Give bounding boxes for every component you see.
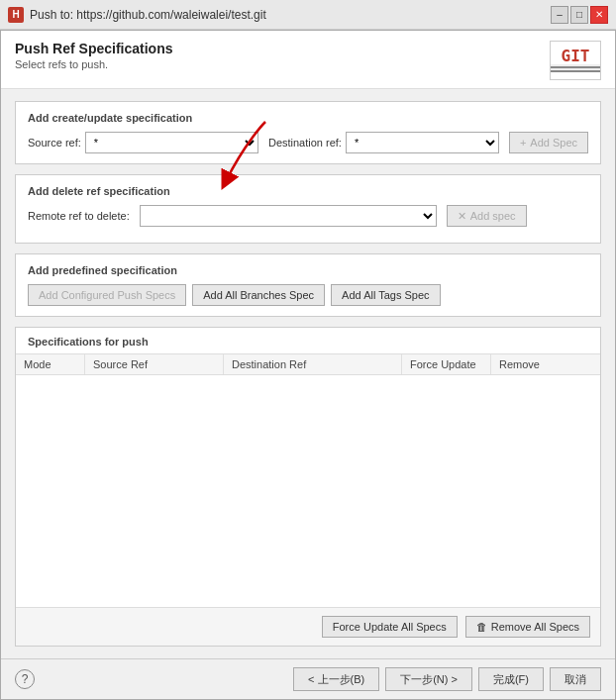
header-text: Push Ref Specifications Select refs to p… <box>15 41 172 70</box>
predefined-buttons-row: Add Configured Push Specs Add All Branch… <box>28 284 588 306</box>
force-update-all-specs-button[interactable]: Force Update All Specs <box>322 616 458 638</box>
col-mode: Mode <box>16 354 85 374</box>
table-header: Mode Source Ref Destination Ref Force Up… <box>16 354 600 375</box>
page-title: Push Ref Specifications <box>15 41 172 56</box>
header: Push Ref Specifications Select refs to p… <box>1 31 615 89</box>
remote-ref-select[interactable] <box>140 205 437 227</box>
bottom-left: ? <box>15 669 35 689</box>
next-button[interactable]: 下一步(N) > <box>385 667 472 691</box>
col-remove: Remove <box>491 354 561 374</box>
remove-all-specs-button[interactable]: 🗑 Remove All Specs <box>465 616 590 638</box>
git-logo-text: GIT <box>562 49 590 64</box>
maximize-button[interactable]: □ <box>570 6 588 24</box>
specs-table: Mode Source Ref Destination Ref Force Up… <box>16 353 600 607</box>
content-area: Add create/update specification Source r… <box>1 89 615 658</box>
add-spec-button[interactable]: + Add Spec <box>509 132 588 153</box>
delete-section: Add delete ref specification Remote ref … <box>15 174 601 244</box>
source-ref-label: Source ref: <box>28 137 81 149</box>
destination-ref-select[interactable]: * <box>346 132 499 153</box>
add-all-tags-spec-button[interactable]: Add All Tags Spec <box>331 284 440 306</box>
back-button[interactable]: < 上一步(B) <box>293 667 379 691</box>
specs-section: Specifications for push Mode Source Ref … <box>15 327 601 647</box>
remove-icon: 🗑 <box>476 621 487 633</box>
add-configured-push-specs-button[interactable]: Add Configured Push Specs <box>28 284 186 306</box>
specs-footer: Force Update All Specs 🗑 Remove All Spec… <box>16 607 600 646</box>
close-button[interactable]: ✕ <box>590 6 608 24</box>
col-force-update: Force Update <box>402 354 491 374</box>
add-spec-delete-button[interactable]: ✕ Add spec <box>447 205 527 227</box>
minimize-button[interactable]: – <box>551 6 568 24</box>
main-window: Push Ref Specifications Select refs to p… <box>0 30 616 700</box>
add-all-branches-spec-button[interactable]: Add All Branches Spec <box>192 284 325 306</box>
col-destination-ref: Destination Ref <box>224 354 402 374</box>
remote-ref-label: Remote ref to delete: <box>28 210 130 222</box>
table-body <box>16 375 600 504</box>
help-button[interactable]: ? <box>15 669 35 689</box>
bottom-bar: ? < 上一步(B) 下一步(N) > 完成(F) 取消 <box>1 658 615 699</box>
delete-section-title: Add delete ref specification <box>28 185 588 197</box>
window-controls: – □ ✕ <box>551 6 608 24</box>
predefined-section: Add predefined specification Add Configu… <box>15 253 601 317</box>
cancel-button[interactable]: 取消 <box>550 667 601 691</box>
app-icon: H <box>8 7 24 23</box>
create-update-title: Add create/update specification <box>28 112 588 124</box>
create-update-section: Add create/update specification Source r… <box>15 101 601 164</box>
git-logo-decoration <box>551 64 600 72</box>
specs-title: Specifications for push <box>16 328 600 353</box>
destination-ref-label: Destination ref: <box>268 137 342 149</box>
add-icon: + <box>520 137 526 149</box>
title-bar: H Push to: https://github.com/waleiwalei… <box>0 0 616 30</box>
title-bar-text: Push to: https://github.com/waleiwalei/t… <box>30 8 266 22</box>
predefined-title: Add predefined specification <box>28 264 588 276</box>
git-logo: GIT <box>550 41 601 80</box>
x-icon: ✕ <box>458 210 466 223</box>
col-source-ref: Source Ref <box>85 354 224 374</box>
finish-button[interactable]: 完成(F) <box>478 667 544 691</box>
source-ref-select[interactable]: * <box>85 132 258 153</box>
bottom-buttons: < 上一步(B) 下一步(N) > 完成(F) 取消 <box>293 667 601 691</box>
page-subtitle: Select refs to push. <box>15 58 172 70</box>
